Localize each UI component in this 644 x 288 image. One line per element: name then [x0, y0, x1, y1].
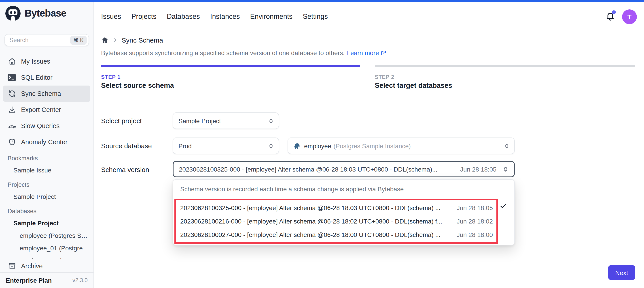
sidebar-item-label: SQL Editor — [21, 74, 52, 81]
chevron-updown-icon — [268, 117, 274, 124]
shield-alert-icon — [8, 138, 16, 146]
sidebar-item-archive[interactable]: Archive — [0, 259, 94, 272]
sidebar-item-label: Anomaly Center — [21, 138, 68, 146]
bytebase-logo-icon — [5, 6, 20, 21]
schema-version-option[interactable]: 20230628100325-000 - [employee] Alter sc… — [176, 201, 496, 215]
breadcrumb: Sync Schema — [101, 36, 163, 44]
search-shortcut-badge: ⌘ K — [70, 36, 87, 45]
sidebar-item-sync-schema[interactable]: Sync Schema — [3, 86, 90, 102]
top-header: Issues Projects Databases Instances Envi… — [94, 2, 644, 31]
sidebar-item-sql-editor[interactable]: SQL Editor — [0, 69, 94, 86]
schema-version-option[interactable]: 20230628100027-000 - [employee] Alter sc… — [176, 228, 496, 241]
sidebar-item-label: Export Center — [21, 106, 61, 113]
external-link-icon — [381, 50, 386, 56]
learn-more-link[interactable]: Learn more — [347, 49, 386, 56]
archive-icon — [8, 261, 16, 270]
brand-name: Bytebase — [24, 8, 66, 19]
sidebar-item-label: My Issues — [21, 58, 50, 65]
breadcrumb-home-icon[interactable] — [101, 36, 109, 44]
breadcrumb-chevron-icon — [113, 38, 118, 43]
tree-item-db-employee-01[interactable]: employee_01 (Postgre... — [0, 242, 94, 254]
archive-label: Archive — [21, 262, 43, 269]
page-description: Bytebase supports synchronizing a specif… — [101, 49, 386, 56]
step1-label: STEP 1 — [101, 74, 120, 80]
sidebar-tree: Bookmarks Sample Issue Projects Sample P… — [0, 150, 94, 259]
sidebar-item-label: Sync Schema — [21, 90, 61, 97]
next-button[interactable]: Next — [608, 265, 635, 280]
notification-dot — [612, 10, 616, 14]
sync-icon — [8, 89, 16, 98]
environment-select[interactable]: Prod — [173, 137, 279, 154]
step1-progress-bar — [101, 65, 360, 67]
nav-environments[interactable]: Environments — [250, 13, 293, 21]
notification-bell-icon[interactable] — [606, 12, 616, 22]
sidebar-item-my-issues[interactable]: My Issues — [0, 53, 94, 69]
avatar[interactable]: T — [622, 9, 637, 24]
database-select[interactable]: employee (Postgres Sample Instance) — [288, 137, 515, 154]
source-database-label: Source database — [101, 142, 152, 150]
sidebar: Bytebase ⌘ K My Issues SQL Editor — [0, 2, 94, 288]
plan-label: Enterprise Plan — [6, 277, 72, 284]
nav-databases[interactable]: Databases — [167, 13, 200, 21]
chevron-updown-icon — [502, 166, 509, 173]
postgres-icon — [294, 142, 300, 149]
schema-version-dropdown: Schema version is recorded each time a s… — [173, 179, 515, 245]
top-accent-bar — [0, 0, 644, 2]
page-title: Sync Schema — [122, 36, 163, 44]
sidebar-item-export-center[interactable]: Export Center — [0, 102, 94, 118]
app-window: Bytebase ⌘ K My Issues SQL Editor — [0, 0, 644, 288]
sidebar-nav: My Issues SQL Editor Sync Schema Export … — [0, 53, 94, 150]
search-box[interactable]: ⌘ K — [4, 34, 89, 46]
chevron-updown-icon — [268, 143, 274, 149]
chevron-updown-icon — [504, 143, 510, 149]
tree-item-sample-project[interactable]: Sample Project — [0, 190, 94, 203]
tree-item-db-sample-project[interactable]: Sample Project — [0, 217, 94, 229]
home-icon — [8, 57, 16, 66]
turtle-icon — [8, 122, 16, 130]
download-icon — [8, 105, 16, 114]
select-project-label: Select project — [101, 117, 142, 124]
step1-title: Select source schema — [101, 82, 174, 90]
project-select[interactable]: Sample Project — [173, 112, 279, 129]
nav-projects[interactable]: Projects — [132, 13, 156, 21]
brand-logo[interactable]: Bytebase — [0, 2, 94, 21]
footer-divider — [101, 255, 635, 255]
step2-label: STEP 2 — [375, 74, 394, 80]
sidebar-footer: Enterprise Plan v2.3.0 — [0, 272, 94, 288]
version-label: v2.3.0 — [72, 277, 88, 283]
nav-instances[interactable]: Instances — [210, 13, 240, 21]
tree-item-sample-issue[interactable]: Sample Issue — [0, 164, 94, 177]
selected-check-icon — [500, 202, 507, 210]
dropdown-hint: Schema version is recorded each time a s… — [173, 180, 514, 193]
schema-version-label: Schema version — [101, 166, 149, 173]
nav-issues[interactable]: Issues — [101, 13, 121, 21]
step2-progress-bar — [375, 65, 635, 67]
main-area: Issues Projects Databases Instances Envi… — [94, 2, 644, 288]
terminal-icon — [8, 73, 16, 82]
section-heading-databases: Databases — [0, 203, 94, 217]
schema-version-select[interactable]: 20230628100325-000 - [employee] Alter sc… — [173, 161, 515, 177]
tree-item-db-employee-02[interactable]: employee_02 (Postgre... — [0, 254, 94, 259]
step2-title: Select target databases — [375, 82, 452, 90]
nav-settings[interactable]: Settings — [303, 13, 328, 21]
schema-version-option[interactable]: 20230628100216-000 - [employee] Alter sc… — [176, 215, 496, 228]
section-heading-projects: Projects — [0, 177, 94, 190]
section-heading-bookmarks: Bookmarks — [0, 150, 94, 164]
top-nav: Issues Projects Databases Instances Envi… — [101, 13, 328, 21]
tree-item-db-employee[interactable]: employee (Postgres Sa... — [0, 229, 94, 242]
sidebar-item-slow-queries[interactable]: Slow Queries — [0, 118, 94, 134]
annotation-red-box: 20230628100325-000 - [employee] Alter sc… — [174, 199, 498, 244]
sidebar-item-label: Slow Queries — [21, 122, 60, 129]
sidebar-item-anomaly-center[interactable]: Anomaly Center — [0, 134, 94, 150]
search-input[interactable] — [10, 37, 70, 43]
